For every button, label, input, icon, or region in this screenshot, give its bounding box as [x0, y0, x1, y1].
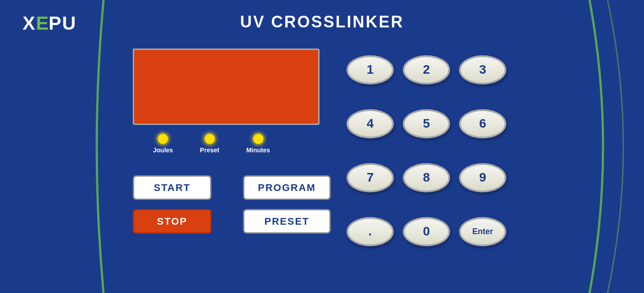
logo: X E PU: [23, 13, 77, 34]
stop-button[interactable]: STOP: [133, 209, 212, 234]
display-screen: [133, 49, 320, 125]
preset-label: Preset: [200, 146, 219, 154]
key-5[interactable]: 5: [403, 109, 450, 138]
keypad: 1 2 3 4 5 6 7 8 9 . 0 Enter: [344, 45, 509, 256]
key-2[interactable]: 2: [403, 55, 450, 84]
indicator-joules: Joules: [153, 134, 173, 154]
preset-light: [205, 134, 215, 144]
key-enter[interactable]: Enter: [459, 217, 506, 246]
key-0[interactable]: 0: [403, 217, 450, 246]
key-3[interactable]: 3: [459, 55, 506, 84]
page-title: UV CROSSLINKER: [240, 13, 404, 31]
key-6[interactable]: 6: [459, 109, 506, 138]
logo-prefix: X: [23, 13, 36, 34]
preset-button[interactable]: PRESET: [243, 209, 331, 234]
key-9[interactable]: 9: [459, 163, 506, 192]
indicators-row: Joules Preset Minutes: [153, 134, 270, 154]
key-dot[interactable]: .: [347, 217, 394, 246]
logo-highlight: E: [36, 13, 49, 34]
start-button[interactable]: START: [133, 175, 212, 200]
indicator-preset: Preset: [200, 134, 219, 154]
indicator-minutes: Minutes: [246, 134, 270, 154]
key-4[interactable]: 4: [347, 109, 394, 138]
joules-label: Joules: [153, 146, 173, 154]
logo-suffix: PU: [49, 13, 77, 34]
minutes-label: Minutes: [246, 146, 270, 154]
minutes-light: [253, 134, 263, 144]
key-1[interactable]: 1: [347, 55, 394, 84]
joules-light: [158, 134, 168, 144]
key-7[interactable]: 7: [347, 163, 394, 192]
key-8[interactable]: 8: [403, 163, 450, 192]
program-button[interactable]: PROGRAM: [243, 175, 331, 200]
